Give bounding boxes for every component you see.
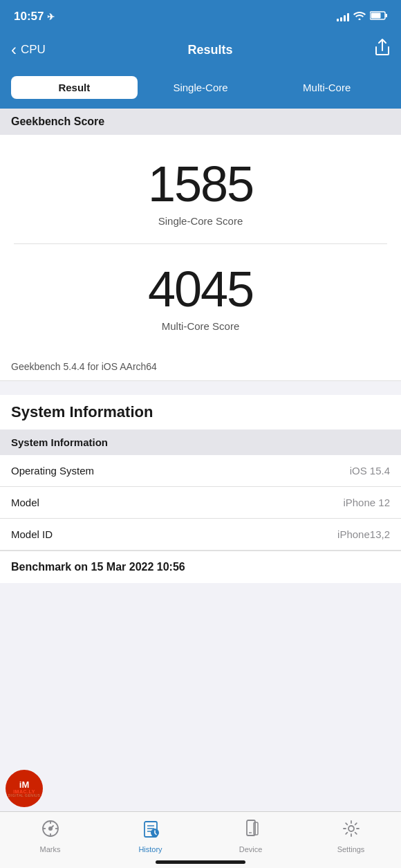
tab-multi-core[interactable]: Multi-Core	[263, 76, 390, 99]
device-tab-label: Device	[239, 845, 263, 853]
share-button[interactable]	[375, 39, 390, 61]
svg-rect-16	[254, 822, 258, 835]
table-row: Model ID iPhone13,2	[0, 519, 401, 551]
time-label: 10:57	[14, 10, 44, 24]
settings-icon	[342, 819, 361, 843]
svg-point-18	[348, 826, 354, 831]
os-value: iOS 15.4	[350, 465, 390, 477]
imacly-im-text: iM	[19, 780, 29, 789]
tab-result[interactable]: Result	[11, 76, 138, 99]
svg-rect-2	[371, 13, 381, 19]
history-tab-label: History	[138, 845, 162, 853]
nav-title: Results	[187, 43, 232, 57]
history-icon	[141, 819, 160, 843]
wifi-icon	[353, 10, 366, 23]
single-core-score: 1585	[148, 156, 253, 212]
benchmark-date: Benchmark on 15 Mar 2022 10:56	[0, 551, 401, 583]
single-core-label: Single-Core Score	[158, 215, 243, 227]
signal-strength-icon	[337, 12, 349, 21]
status-icons	[337, 10, 387, 23]
score-divider	[14, 243, 387, 244]
version-info-row: Geekbench 5.4.4 for iOS AArch64	[0, 353, 401, 381]
device-icon	[241, 819, 261, 843]
chevron-left-icon: ‹	[11, 40, 17, 59]
table-row: Operating System iOS 15.4	[0, 455, 401, 487]
marks-icon	[41, 819, 60, 843]
svg-rect-1	[386, 14, 388, 17]
tab-history[interactable]: History	[100, 819, 200, 853]
tab-bar: Marks History Device	[0, 811, 401, 868]
location-arrow-icon: ✈	[47, 12, 55, 22]
model-id-value: iPhone13,2	[337, 528, 390, 540]
system-info-section: System Information System Information Op…	[0, 395, 401, 583]
multi-core-label: Multi-Core Score	[162, 320, 240, 332]
geekbench-score-header: Geekbench Score	[0, 109, 401, 135]
imacly-badge[interactable]: iM IMAC.LY DIGITAL GENIUS	[6, 770, 43, 807]
table-row: Model iPhone 12	[0, 487, 401, 519]
battery-icon	[370, 11, 387, 22]
tab-single-core[interactable]: Single-Core	[138, 76, 264, 99]
tab-settings[interactable]: Settings	[301, 819, 401, 853]
model-value: iPhone 12	[343, 497, 390, 508]
imacly-sub-text: DIGITAL GENIUS	[8, 794, 40, 797]
tab-device[interactable]: Device	[200, 819, 301, 853]
system-info-title: System Information	[0, 395, 401, 430]
sys-subsection-header: System Information	[0, 430, 401, 455]
segmented-control: Result Single-Core Multi-Core	[0, 69, 401, 109]
os-label: Operating System	[11, 465, 94, 477]
home-indicator	[156, 860, 245, 864]
multi-core-score: 4045	[148, 261, 253, 317]
tab-marks[interactable]: Marks	[0, 819, 100, 853]
status-time: 10:57 ✈	[14, 10, 55, 24]
model-label: Model	[11, 497, 39, 508]
nav-bar: ‹ CPU Results	[0, 30, 401, 69]
back-button[interactable]: ‹ CPU	[11, 40, 46, 59]
back-label: CPU	[21, 43, 46, 57]
model-id-label: Model ID	[11, 528, 53, 540]
marks-tab-label: Marks	[40, 845, 61, 853]
status-bar: 10:57 ✈	[0, 0, 401, 30]
score-section: 1585 Single-Core Score 4045 Multi-Core S…	[0, 135, 401, 353]
settings-tab-label: Settings	[337, 845, 365, 853]
